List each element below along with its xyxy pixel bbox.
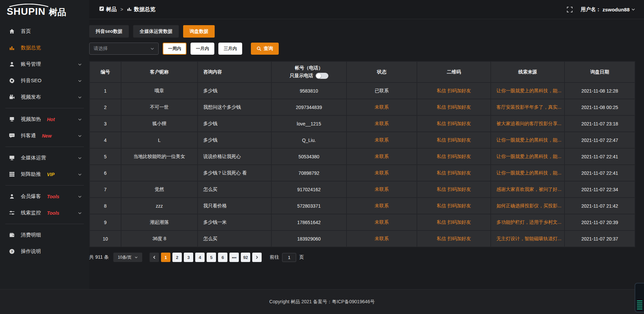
cell-status: 未联系	[346, 214, 417, 230]
sidebar-item-member-baoke[interactable]: 会员爆客 Tools	[0, 188, 89, 205]
source-link[interactable]: 让你一眼就爱上的黑科技，能...	[496, 170, 561, 175]
cell-account: 50534380	[271, 148, 346, 165]
cell-qrcode: 私信 扫码加好友	[417, 148, 491, 165]
sidebar-menu: 首页 数据总览 账号管理 抖音SEO 视频发布 视频加热 Hot 抖客通 New	[0, 19, 89, 260]
table-row: 7 觉然 怎么买 917024162 未联系 私信 扫码加好友 感谢大家喜欢我家…	[90, 181, 635, 198]
question-icon: ?	[9, 249, 16, 254]
page-button-2[interactable]: 2	[172, 253, 182, 262]
source-link[interactable]: 多功能护栏灯，适用于乡村文...	[496, 219, 561, 225]
tab-douyin-seo-data[interactable]: 抖音seo数据	[89, 25, 129, 38]
source-link[interactable]: 无主灯设计，智能磁吸轨道灯...	[496, 236, 561, 241]
query-button[interactable]: 查询	[251, 43, 279, 55]
logo-arc	[7, 4, 50, 7]
page-size-select[interactable]: 10条/页	[113, 253, 142, 262]
fullscreen-icon[interactable]	[567, 7, 573, 12]
sidebar-item-video-heating[interactable]: 视频加热 Hot	[0, 111, 89, 127]
cell-index: 5	[90, 148, 121, 165]
page-button-4[interactable]: 4	[195, 253, 205, 262]
sidebar-item-operation-guide[interactable]: ? 操作说明	[0, 243, 89, 260]
page-button-92[interactable]: 92	[241, 253, 250, 262]
cell-qrcode: 私信 扫码加好友	[417, 99, 491, 115]
sidebar-item-label: 视频发布	[21, 94, 41, 100]
page-ellipsis-button[interactable]: •••	[229, 253, 239, 262]
cell-date: 2021-11-07 20:37	[565, 230, 635, 247]
range-button[interactable]: 一周内	[163, 43, 186, 55]
qrcode-link[interactable]: 私信 扫码加好友	[437, 170, 471, 175]
sidebar-item-data-overview[interactable]: 数据总览	[0, 40, 89, 56]
sidebar-item-matrix-boost[interactable]: 矩阵助推 VIP	[0, 166, 89, 182]
qrcode-link[interactable]: 私信 扫码加好友	[437, 203, 471, 208]
cell-index: 4	[90, 132, 121, 148]
qrcode-link[interactable]: 私信 扫码加好友	[437, 104, 471, 110]
qrcode-link[interactable]: 私信 扫码加好友	[437, 121, 471, 126]
cell-source: 客厅安装投影半年多了，真实...	[491, 99, 565, 115]
source-link[interactable]: 如何正确选择投影仪，买投影...	[496, 203, 561, 208]
breadcrumb-item-home[interactable]: 树品	[99, 6, 117, 13]
sidebar-item-account-management[interactable]: 账号管理	[0, 56, 89, 72]
home-icon	[9, 29, 16, 34]
goto-page-input[interactable]	[282, 253, 296, 262]
range-button[interactable]: 三月内	[218, 43, 242, 55]
sidebar-item-consumption-detail[interactable]: 消费明细	[0, 227, 89, 243]
cell-content: 怎么买	[198, 181, 271, 198]
sidebar-item-badge: New	[42, 133, 52, 139]
chevron-down-icon	[631, 7, 635, 11]
tab-inquiry-data[interactable]: 询盘数据	[183, 25, 215, 38]
phone-only-toggle[interactable]	[316, 73, 328, 79]
qrcode-link[interactable]: 私信 扫码加好友	[437, 137, 471, 143]
prev-page-button[interactable]	[150, 253, 159, 262]
page-button-1[interactable]: 1	[161, 253, 170, 262]
range-button[interactable]: 一月内	[191, 43, 214, 55]
tab-media-ops-data[interactable]: 全媒体运营数据	[133, 25, 179, 38]
cell-source: 让你一眼就爱上的黑科技，能...	[491, 165, 565, 181]
chevron-down-icon	[135, 256, 138, 259]
page-button-6[interactable]: 6	[218, 253, 227, 262]
grid-icon	[9, 171, 16, 177]
table-row: 8 zzz 我只看价格 572803371 未联系 私信 扫码加好友 如何正确选…	[90, 198, 635, 214]
qrcode-link[interactable]: 私信 扫码加好友	[437, 154, 471, 159]
cell-source: 被大家追着问的客厅投影分享...	[491, 115, 565, 132]
cell-date: 2021-11-07 22:41	[565, 148, 635, 165]
cell-qrcode: 私信 扫码加好友	[417, 181, 491, 198]
sidebar-item-video-publish[interactable]: 视频发布	[0, 89, 89, 105]
source-link[interactable]: 让你一眼就爱上的黑科技，能...	[496, 137, 561, 143]
sidebar-item-label: 操作说明	[21, 248, 41, 255]
logo-text-cn: 树品	[49, 8, 66, 16]
col-header-account: 帐号（电话） 只显示电话	[271, 61, 346, 83]
qrcode-link[interactable]: 私信 扫码加好友	[437, 187, 471, 192]
qrcode-link[interactable]: 私信 扫码加好友	[437, 219, 471, 225]
sidebar-item-media-operation[interactable]: 全媒体运营	[0, 150, 89, 166]
table-row: 5 当地比较能吃的一位美女 说说价格让我死心 50534380 未联系 私信 扫…	[90, 148, 635, 165]
qrcode-link[interactable]: 私信 扫码加好友	[437, 88, 471, 93]
cell-content: 多少钱一米	[198, 214, 271, 230]
source-link[interactable]: 客厅安装投影半年多了，真实...	[496, 104, 561, 110]
source-link[interactable]: 让你一眼就爱上的黑科技，能...	[496, 154, 561, 159]
breadcrumb-item-current[interactable]: 数据总览	[127, 6, 155, 13]
filter-select[interactable]: 请选择	[89, 43, 159, 55]
cell-account: Q_Liu.	[271, 132, 346, 148]
sidebar-item-douketong[interactable]: 抖客通 New	[0, 127, 89, 144]
devtools-widget[interactable]	[635, 283, 644, 312]
table-row: 2 不可一世 我想问这个多少钱 2097344839 未联系 私信 扫码加好友 …	[90, 99, 635, 115]
source-link[interactable]: 感谢大家喜欢我家，被问了好...	[496, 187, 561, 192]
page-button-5[interactable]: 5	[207, 253, 216, 262]
main-area: 树品 > 数据总览 用户名：zswodun88	[89, 0, 644, 289]
qrcode-link[interactable]: 私信 扫码加好友	[437, 236, 471, 241]
source-link[interactable]: 让你一眼就爱上的黑科技，能...	[496, 88, 561, 93]
cell-index: 10	[90, 230, 121, 247]
next-page-button[interactable]	[252, 253, 262, 262]
table-row: 10 36度 8 怎么买 183929060 未联系 私信 扫码加好友 无主灯设…	[90, 230, 635, 247]
cell-account: love__1215	[271, 115, 346, 132]
sidebar-item-home[interactable]: 首页	[0, 23, 89, 40]
table-row: 1 哦章 多少钱 9583810 已联系 私信 扫码加好友 让你一眼就爱上的黑科…	[90, 83, 635, 99]
table-header-row: 编号 客户昵称 咨询内容 帐号（电话） 只显示电话	[90, 61, 635, 83]
cell-qrcode: 私信 扫码加好友	[417, 115, 491, 132]
page-button-3[interactable]: 3	[184, 253, 193, 262]
chevron-down-icon	[78, 134, 82, 138]
source-link[interactable]: 被大家追着问的客厅投影分享...	[496, 121, 561, 126]
chevron-down-icon	[78, 172, 82, 176]
cell-date: 2021-11-07 22:41	[565, 165, 635, 181]
user-menu[interactable]: 用户名：zswodun88	[581, 6, 635, 13]
sidebar-item-douyin-seo[interactable]: 抖音SEO	[0, 72, 89, 89]
sidebar-item-clue-monitor[interactable]: 线索监控 Tools	[0, 205, 89, 221]
